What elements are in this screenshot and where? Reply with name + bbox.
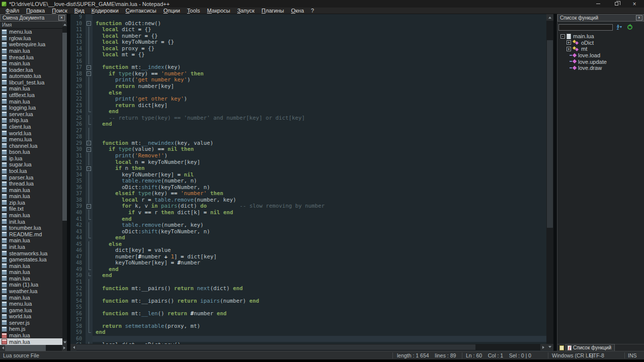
doc-switcher-file[interactable]: thread.lua [0,54,62,60]
doc-switcher-file[interactable]: thread.lua [0,180,62,187]
menu-item-опции[interactable]: Опции [160,8,184,14]
code-text[interactable]: return setmetatable(proxy, mt) [93,323,546,330]
code-text[interactable]: function mt:__len() return #number end [93,311,546,317]
code-line[interactable]: 48 keyToNumber[key] = #number [70,260,546,266]
left-splitter[interactable] [67,14,70,351]
code-line[interactable]: 44 end [70,235,546,241]
doc-switcher-file[interactable]: utf8ext.lua [0,92,62,99]
doc-switcher-file[interactable]: main.lua [0,332,62,339]
code-text[interactable]: end [93,121,546,128]
close-button[interactable]: × [631,1,638,7]
menu-item-?[interactable]: ? [307,8,317,14]
code-text[interactable]: end [93,273,546,279]
code-text[interactable]: local proxy = {} [93,46,546,52]
code-text[interactable]: end [93,266,546,273]
doc-switcher-file[interactable]: menu.lua [0,29,62,35]
doc-switcher-file[interactable]: automato.lua [0,73,62,79]
reload-button[interactable] [626,24,634,31]
doc-switcher-file[interactable]: server.lua [0,111,62,118]
menu-item-макросы[interactable]: Макросы [204,8,234,14]
doc-switcher-file[interactable]: game.lua [0,307,62,313]
doc-switcher-close-button[interactable]: × [58,15,65,21]
doc-switcher-file[interactable]: file.txt [0,206,62,212]
menu-item-поиск[interactable]: Поиск [48,8,70,14]
code-text[interactable]: local mt = {} [93,52,546,58]
tree-expand-icon[interactable]: + [567,47,571,51]
editor-vertical-scrollbar[interactable] [546,14,553,350]
code-text[interactable]: local n = keyToNumber[key] [93,159,546,166]
code-line[interactable]: 52 function mt:__pairs() return next(dic… [70,286,546,292]
code-line[interactable]: 27 [70,128,546,134]
scroll-left-arrow-icon[interactable] [0,345,5,351]
menu-item-плагины[interactable]: Плагины [258,8,288,14]
code-text[interactable]: end [93,235,546,241]
doc-switcher-file[interactable]: loader.lua [0,66,62,73]
code-line[interactable]: 43 oDict:shift(keyToNumber, n) [70,229,546,235]
code-line[interactable]: 59end [70,329,546,336]
scroll-right-arrow-icon[interactable] [540,344,546,350]
code-text[interactable]: if v == r then dict[k] = nil end [93,210,546,216]
function-tree-item-love.load[interactable]: love.load [558,52,643,59]
doc-switcher-horizontal-scrollbar[interactable] [0,345,67,351]
function-search-input[interactable] [558,24,613,31]
doc-switcher-file[interactable]: main.lua [0,187,62,193]
code-line[interactable]: 56 function mt:__len() return #number en… [70,311,546,317]
function-list-close-button[interactable]: × [636,15,642,21]
menu-item-tools[interactable]: Tools [184,8,204,14]
tree-expand-icon[interactable]: - [560,34,565,39]
doc-switcher-file[interactable]: main.lua [0,269,62,276]
tree-expand-icon[interactable]: + [567,40,571,45]
code-text[interactable]: local keyToNumber = {} [93,39,546,46]
doc-switcher-file[interactable]: init.lua [0,244,62,250]
doc-switcher-file[interactable]: main.lua [0,85,62,92]
doc-switcher-file[interactable]: gamestates.lua [0,256,62,263]
doc-switcher-file[interactable]: client.lua [0,124,62,130]
doc-switcher-file[interactable]: ship.lua [0,117,62,124]
doc-switcher-file[interactable]: init.lua [0,218,62,225]
scrollbar-thumb[interactable] [547,40,553,228]
doc-switcher-file[interactable]: main.lua [0,193,62,200]
fold-toggle-icon[interactable]: - [87,204,91,209]
code-line[interactable]: 15 local mt = {} [70,52,546,58]
doc-switcher-file[interactable]: menu.lua [0,136,62,143]
code-text[interactable]: function mt:__ipairs() return ipairs(num… [93,298,546,305]
scroll-right-arrow-icon[interactable] [62,345,67,351]
menu-item-вид[interactable]: Вид [71,8,88,14]
fold-toggle-icon[interactable]: - [87,147,91,152]
code-text[interactable]: function oDict:new() [93,21,546,27]
doc-switcher-file[interactable]: world.lua [0,130,62,136]
doc-switcher-file[interactable]: weather.lua [0,288,62,295]
fold-toggle-icon[interactable]: - [87,71,91,76]
code-line[interactable]: 50 end [70,273,546,279]
code-line[interactable]: 20 return number[key] [70,83,546,90]
doc-switcher-file[interactable]: menu.lua [0,301,62,307]
code-text[interactable]: oDict:shift(keyToNumber, n) [93,229,546,235]
code-text[interactable]: local dict = {} [93,27,546,33]
function-tree-root[interactable]: -main.lua [558,33,643,40]
code-line[interactable]: 58 return setmetatable(proxy, mt) [70,323,546,330]
minimize-button[interactable] [595,1,602,7]
doc-switcher-vertical-scrollbar[interactable] [62,22,67,345]
code-line[interactable]: 49 end [70,266,546,273]
doc-switcher-file[interactable]: main.lua [0,237,62,244]
doc-switcher-file[interactable]: parser.lua [0,174,62,180]
code-line[interactable]: 26 end [70,121,546,128]
doc-switcher-file[interactable]: main.lua [0,212,62,219]
doc-switcher-column-header[interactable]: Имя [0,22,62,29]
doc-switcher-file[interactable]: sugar.lua [0,161,62,168]
fold-toggle-icon[interactable]: - [87,141,91,145]
scrollbar-thumb[interactable] [62,33,67,221]
doc-map-tab[interactable] [557,344,566,351]
code-text[interactable]: end [93,329,546,336]
code-text[interactable]: -- return type(key) == 'number' and numb… [93,115,546,122]
doc-switcher-file[interactable]: main.lua [0,262,62,269]
right-splitter[interactable] [553,14,557,351]
function-tree-item-mt[interactable]: +mt [558,46,643,52]
doc-switcher-file[interactable]: steamworks.lua [0,250,62,256]
code-line[interactable]: 25 -- return type(key) == 'number' and n… [70,115,546,122]
scrollbar-thumb[interactable] [5,345,46,351]
doc-switcher-file[interactable]: logging.lua [0,105,62,111]
function-tree-item-love.draw[interactable]: love.draw [558,65,643,71]
doc-switcher-file[interactable]: webrequire.lua [0,41,62,48]
menu-item-правка[interactable]: Правка [23,8,48,14]
